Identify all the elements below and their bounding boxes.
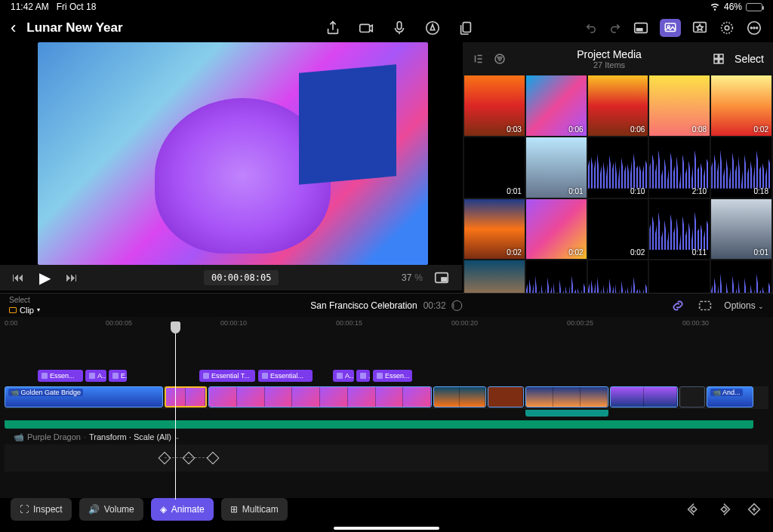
svg-rect-3 [463, 23, 470, 32]
video-track[interactable]: 📹 Golden Gate Bridge 📹 And... [5, 386, 768, 409]
options-dropdown[interactable]: Options ⌄ [724, 300, 764, 311]
pip-icon[interactable] [433, 269, 450, 286]
media-browser-icon[interactable] [660, 19, 681, 37]
titles-icon[interactable] [633, 20, 649, 36]
linked-audio-track[interactable] [5, 410, 768, 417]
title-clip[interactable]: E... [109, 370, 127, 382]
media-thumb[interactable]: 0:01 [464, 137, 525, 198]
keyframe[interactable] [207, 452, 220, 465]
video-clip-selected[interactable] [165, 386, 207, 407]
video-clip[interactable]: 📹 Golden Gate Bridge [5, 386, 163, 407]
media-thumb[interactable]: 0:02 [711, 75, 771, 136]
camera-import-icon[interactable] [358, 20, 374, 36]
preview-canvas[interactable] [38, 42, 428, 265]
video-clip[interactable] [488, 386, 524, 407]
music-clip[interactable] [5, 420, 753, 429]
media-thumb[interactable]: 2:10 [649, 137, 710, 198]
audio-clip[interactable] [525, 410, 608, 417]
media-thumb[interactable]: 0:01 [526, 137, 587, 198]
app-header: ‹ Lunar New Year [0, 14, 773, 42]
animate-button[interactable]: ◈Animate [151, 498, 214, 521]
select-button[interactable]: Select [735, 53, 764, 65]
sidebar-toggle-icon[interactable] [472, 52, 485, 66]
undo-icon[interactable] [584, 21, 598, 35]
browser-title[interactable]: Project Media [507, 48, 712, 60]
volume-button[interactable]: 🔊Volume [79, 498, 143, 521]
video-clip[interactable] [433, 386, 486, 407]
snapping-icon[interactable] [697, 297, 713, 314]
title-clip[interactable]: Essen... [373, 370, 412, 382]
add-keyframe-icon[interactable] [746, 501, 762, 518]
home-indicator[interactable] [334, 527, 439, 530]
voiceover-icon[interactable] [391, 20, 408, 36]
media-thumb[interactable]: 0:08 [649, 75, 710, 136]
media-thumb[interactable] [588, 260, 648, 293]
keyframe[interactable] [183, 452, 196, 465]
video-clip[interactable] [679, 386, 705, 407]
link-clips-icon[interactable] [670, 297, 686, 314]
inspect-button[interactable]: ⛶Inspect [11, 498, 72, 521]
video-clip[interactable] [610, 386, 678, 407]
title-clip[interactable]: A... [85, 370, 106, 382]
filter-icon[interactable] [493, 52, 507, 66]
duplicate-icon[interactable] [457, 20, 474, 36]
play-button[interactable]: ▶ [39, 270, 51, 285]
timeline-project-name[interactable]: San Francisco Celebration [310, 300, 417, 311]
info-icon[interactable]: i [452, 300, 463, 311]
video-clip[interactable] [525, 386, 608, 407]
title-clip[interactable]: A... [333, 370, 354, 382]
media-thumb[interactable]: 0:02 [526, 199, 587, 260]
media-grid: 0:03 0:06 0:06 0:08 0:02 0:01 0:01 0:10 … [463, 75, 773, 293]
media-thumb[interactable]: 0:02 [588, 199, 648, 260]
timeline[interactable]: 0:00 00:00:05 00:00:10 00:00:15 00:00:20… [0, 317, 773, 498]
effects-browser-icon[interactable] [691, 20, 708, 36]
media-thumb[interactable]: 0:01 [711, 199, 771, 260]
media-thumb[interactable] [711, 260, 771, 293]
title-clip[interactable]: Essential T... [199, 370, 255, 382]
media-thumb[interactable]: 0:02 [464, 199, 525, 260]
keyframe-lane[interactable] [5, 444, 768, 472]
svg-rect-16 [442, 278, 446, 281]
svg-point-9 [722, 23, 733, 34]
viewer-pane: ⏮ ▶ ⏭ 00:00:08:05 37 % [0, 42, 462, 293]
prev-keyframe-icon[interactable] [685, 501, 702, 518]
timecode-display[interactable]: 00:00:08:05 [204, 270, 279, 285]
title-clip[interactable]: Essen... [38, 370, 83, 382]
live-draw-icon[interactable] [424, 20, 441, 36]
next-keyframe-icon[interactable] [716, 501, 732, 518]
video-clip[interactable]: 📹 And... [707, 386, 753, 407]
svg-point-14 [756, 27, 758, 29]
back-button[interactable]: ‹ [11, 18, 16, 38]
music-track[interactable] [5, 420, 768, 429]
title-track[interactable]: Essen... A... E... Essential T... Essent… [5, 370, 768, 383]
svg-point-13 [753, 27, 755, 29]
transform-path[interactable]: 📹 Purple Dragon · Transform · Scale (All… [5, 429, 768, 444]
media-thumb[interactable]: 0:06 [526, 75, 587, 136]
media-thumb[interactable] [464, 260, 525, 293]
zoom-value[interactable]: 37 [402, 272, 411, 283]
keyframe[interactable] [159, 452, 171, 465]
media-thumb[interactable]: 0:10 [588, 137, 648, 198]
multicam-button[interactable]: ⊞Multicam [221, 498, 288, 521]
media-thumb[interactable]: 0:03 [464, 75, 525, 136]
status-time: 11:42 AM [11, 2, 49, 12]
share-icon[interactable] [325, 20, 341, 36]
select-clip-chip[interactable]: Clip ▾ [9, 306, 40, 315]
color-wheel-icon[interactable] [719, 20, 735, 36]
grid-view-icon[interactable] [712, 52, 725, 66]
media-thumb[interactable]: 0:06 [588, 75, 648, 136]
playhead[interactable] [175, 326, 176, 500]
status-bar: 11:42 AM Fri Oct 18 46% [0, 0, 773, 14]
media-thumb[interactable]: 0:18 [711, 137, 771, 198]
media-thumb[interactable] [649, 260, 710, 293]
media-thumb[interactable] [526, 260, 587, 293]
media-thumb[interactable]: 0:11 [649, 199, 710, 260]
time-ruler[interactable]: 0:00 00:00:05 00:00:10 00:00:15 00:00:20… [0, 317, 773, 332]
title-clip[interactable]: ... [356, 370, 370, 382]
redo-icon[interactable] [608, 21, 622, 35]
title-clip[interactable]: Essential... [258, 370, 313, 382]
next-frame-button[interactable]: ⏭ [66, 272, 78, 284]
video-clip[interactable] [208, 386, 432, 407]
more-icon[interactable] [746, 20, 762, 36]
prev-frame-button[interactable]: ⏮ [12, 272, 24, 284]
